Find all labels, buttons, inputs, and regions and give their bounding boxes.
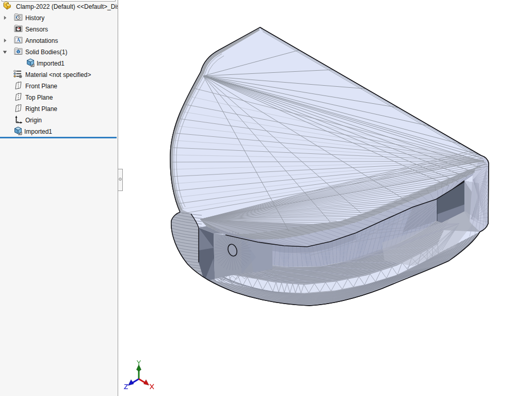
svg-text:A: A <box>17 37 21 43</box>
